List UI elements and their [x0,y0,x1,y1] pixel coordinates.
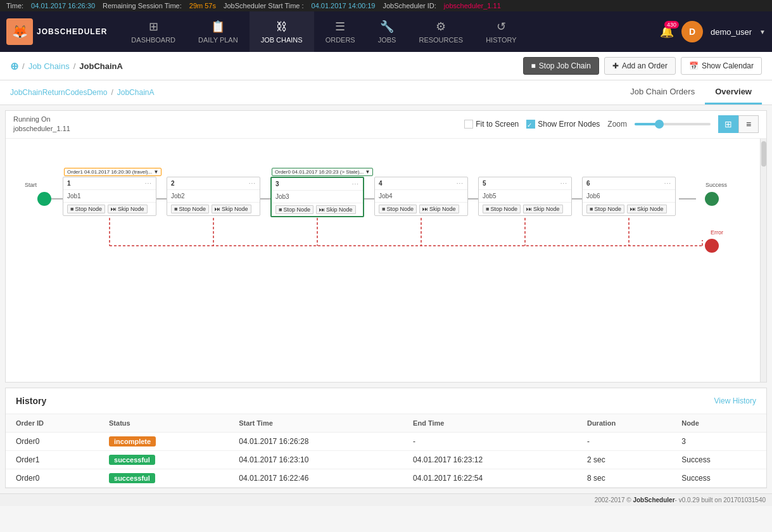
error-node [705,239,719,253]
job-node-4[interactable]: 4 ··· Job4 ■ Stop Node ⏭ Skip Node [374,177,468,216]
stop-node-2-button[interactable]: ■ Stop Node [171,205,209,213]
nav-job-chains[interactable]: ⛓ JOB CHAINS [250,11,314,52]
show-error-nodes-label[interactable]: ✓ Show Error Nodes [526,120,600,129]
skip-node-5-button[interactable]: ⏭ Skip Node [523,205,563,213]
cell-end-time: - [403,433,577,451]
fit-to-screen-label[interactable]: Fit to Screen [464,120,519,129]
home-plus-icon[interactable]: ⊕ [10,60,18,72]
nav-orders[interactable]: ☰ ORDERS [314,11,367,52]
add-order-button[interactable]: ✚ Add an Order [604,57,676,75]
subnav: JobChainReturnCodesDemo / JobChainA Job … [0,80,772,105]
job-node-5[interactable]: 5 ··· Job5 ■ Stop Node ⏭ Skip Node [478,177,572,216]
logo: 🦊 JOBSCHEDULER [6,18,107,45]
show-calendar-button[interactable]: 📅 Show Calendar [681,57,762,75]
scheduler-label: JobScheduler Start Time : [224,2,304,10]
job-node-3[interactable]: 3 ··· Job3 ■ Stop Node ⏭ Skip Node [270,177,364,217]
diagram: Start Order1 04.01.2017 16:20:30 (travel… [6,139,766,383]
zoom-thumb[interactable] [655,120,664,129]
zoom-slider[interactable] [635,123,711,125]
table-row[interactable]: Order0 incomplete 04.01.2017 16:26:28 - … [6,433,766,451]
skip-node-1-button[interactable]: ⏭ Skip Node [108,205,148,213]
col-start-time: Start Time [229,414,403,433]
skip-node-6-button[interactable]: ⏭ Skip Node [627,205,667,213]
table-row[interactable]: Order0 successful 04.01.2017 16:22:46 04… [6,469,766,488]
success-node [705,192,719,206]
history-table: Order ID Status Start Time End Time Dura… [6,414,766,488]
subnav-link1[interactable]: JobChainReturnCodesDemo [10,88,107,97]
stop-node-3-button[interactable]: ■ Stop Node [275,205,313,214]
user-name: demo_user [711,27,752,37]
skip-node-2-button[interactable]: ⏭ Skip Node [212,205,251,213]
zoom-label: Zoom [607,120,627,129]
notification-bell[interactable]: 🔔 430 [660,25,674,39]
scrollbar[interactable] [760,139,766,383]
view-buttons: ⊞ ≡ [718,115,759,133]
running-on-label: Running On [13,115,70,124]
breadcrumb-job-chains[interactable]: Job Chains [28,61,70,71]
stop-icon: ■ [531,61,536,70]
job-node-4-header: 4 ··· [375,177,467,190]
diagram-view-button[interactable]: ⊞ [718,115,738,133]
calendar-icon: 📅 [689,61,699,70]
running-on-value: jobscheduler_1.11 [13,124,70,134]
user-avatar: D [681,21,703,42]
subnav-link2[interactable]: JobChainA [117,88,155,97]
dashboard-icon: ⊞ [149,20,158,34]
running-on: Running On jobscheduler_1.11 [13,115,70,134]
navbar: 🦊 JOBSCHEDULER ⊞ DASHBOARD 📋 DAILY PLAN … [0,11,772,52]
session-label: Remaining Session Time: [103,2,182,10]
fit-to-screen-checkbox[interactable] [464,120,473,129]
tab-job-chain-orders[interactable]: Job Chain Orders [620,80,705,104]
skip-node-4-button[interactable]: ⏭ Skip Node [419,205,459,213]
cell-order-id: Order1 [6,451,99,469]
nav-jobs[interactable]: 🔧 JOBS [367,11,408,52]
nav-right: 🔔 430 D demo_user ▼ [660,21,766,42]
stop-node-4-button[interactable]: ■ Stop Node [379,205,417,213]
canvas-toolbar: Running On jobscheduler_1.11 Fit to Scre… [6,111,766,139]
orders-icon: ☰ [335,20,345,34]
list-view-button[interactable]: ≡ [738,115,759,133]
cell-node: 3 [671,433,766,451]
id-value: jobscheduler_1.11 [444,2,501,10]
breadcrumb: ⊕ / Job Chains / JobChainA [10,60,123,72]
history-title: History [16,396,46,406]
nav-dashboard[interactable]: ⊞ DASHBOARD [120,11,187,52]
action-buttons: ■ Stop Job Chain ✚ Add an Order 📅 Show C… [523,57,762,75]
job-node-1[interactable]: 1 ··· Job1 ■ Stop Node ⏭ Skip Node [63,177,156,216]
stop-node-6-button[interactable]: ■ Stop Node [586,205,624,213]
tab-overview[interactable]: Overview [705,80,762,104]
cell-start-time: 04.01.2017 16:26:28 [229,433,403,451]
notification-count: 430 [664,21,679,28]
table-row[interactable]: Order1 successful 04.01.2017 16:23:10 04… [6,451,766,469]
user-dropdown-icon[interactable]: ▼ [759,28,766,35]
cell-duration: 8 sec [577,469,671,488]
time-label: Time: [6,2,23,10]
scheduler-value: 04.01.2017 14:00:19 [312,2,376,10]
cell-end-time: 04.01.2017 16:23:12 [403,451,577,469]
stop-node-5-button[interactable]: ■ Stop Node [483,205,521,213]
job-node-2[interactable]: 2 ··· Job2 ■ Stop Node ⏭ Skip Node [167,177,260,216]
stop-node-1-button[interactable]: ■ Stop Node [67,205,105,213]
breadcrumb-sep2: / [73,61,76,71]
cell-status: successful [99,469,229,488]
breadcrumb-bar: ⊕ / Job Chains / JobChainA ■ Stop Job Ch… [0,52,772,80]
footer: 2002-2017 © JobScheduler- v0.0.29 built … [0,493,772,506]
id-label: JobScheduler ID: [383,2,436,10]
cell-node: Success [671,451,766,469]
nav-daily-plan[interactable]: 📋 DAILY PLAN [187,11,250,52]
nav-resources[interactable]: ⚙ RESOURCES [407,11,474,52]
job-node-6[interactable]: 6 ··· Job6 ■ Stop Node ⏭ Skip Node [582,177,676,216]
col-order-id: Order ID [6,414,99,433]
scroll-thumb[interactable] [761,141,766,167]
nav-history[interactable]: ↺ HISTORY [474,11,528,52]
cell-status: successful [99,451,229,469]
tab-buttons: Job Chain Orders Overview [620,80,762,104]
skip-node-3-button[interactable]: ⏭ Skip Node [316,205,356,214]
view-history-link[interactable]: View History [714,396,756,405]
show-error-nodes-checkbox[interactable]: ✓ [526,120,535,129]
stop-job-chain-button[interactable]: ■ Stop Job Chain [523,57,599,75]
subnav-breadcrumb: JobChainReturnCodesDemo / JobChainA [10,88,154,97]
nav-dashboard-label: DASHBOARD [131,36,175,44]
job-chains-icon: ⛓ [276,20,288,34]
col-end-time: End Time [403,414,577,433]
